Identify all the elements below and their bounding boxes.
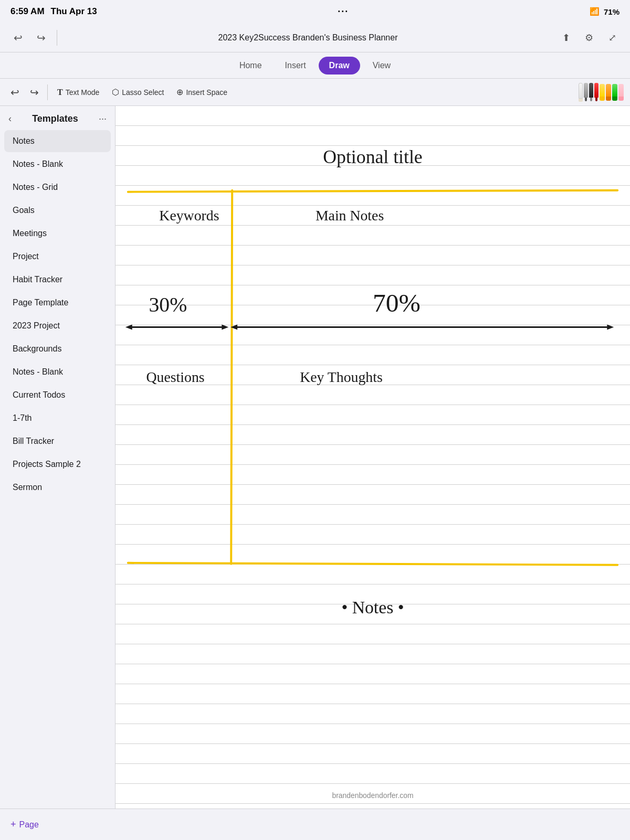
note-canvas: Optional title Keywords Main Notes 30% 7…	[116, 106, 630, 809]
eraser-tool[interactable]	[579, 83, 583, 102]
yellow-highlighter-tool[interactable]	[600, 84, 605, 101]
sidebar-item-1-7th[interactable]: 1-7th	[4, 407, 111, 429]
sidebar: ‹ Templates ··· Notes Notes - Blank Note…	[0, 106, 116, 809]
sidebar-item-projects-sample-2[interactable]: Projects Sample 2	[4, 453, 111, 475]
lasso-select-label: Lasso Select	[122, 88, 164, 97]
svg-text:70%: 70%	[373, 289, 421, 317]
sidebar-item-bill-tracker[interactable]: Bill Tracker	[4, 430, 111, 452]
svg-text:Main Notes: Main Notes	[316, 207, 384, 224]
wifi-icon: 📶	[590, 7, 600, 16]
pencil-tool[interactable]	[589, 83, 593, 101]
letter-pen-tool[interactable]	[584, 83, 588, 101]
tab-draw[interactable]: Draw	[319, 57, 360, 75]
svg-text:brandenbodendorfer.com: brandenbodendorfer.com	[332, 791, 413, 800]
add-page-button[interactable]: + Page	[10, 819, 39, 830]
sidebar-item-meetings[interactable]: Meetings	[4, 222, 111, 244]
status-right: 📶 71%	[590, 7, 620, 16]
sidebar-header: ‹ Templates ···	[0, 106, 115, 130]
undo-draw-button[interactable]: ↩	[6, 84, 24, 101]
sidebar-item-notes-blank-2[interactable]: Notes - Blank	[4, 361, 111, 383]
add-page-label: Page	[19, 820, 39, 830]
bottom-bar: + Page	[0, 809, 630, 840]
canvas-drawing: Optional title Keywords Main Notes 30% 7…	[116, 106, 630, 809]
insert-space-label: Insert Space	[186, 88, 227, 97]
undo-button[interactable]: ↩	[8, 28, 27, 47]
sidebar-item-page-template[interactable]: Page Template	[4, 292, 111, 314]
svg-marker-8	[222, 325, 228, 330]
toolbar-separator	[57, 30, 57, 46]
svg-text:30%: 30%	[149, 293, 187, 316]
svg-line-1	[128, 563, 617, 565]
tab-home[interactable]: Home	[229, 57, 272, 75]
add-page-icon: +	[10, 819, 16, 830]
red-pen-tool[interactable]	[594, 83, 598, 101]
svg-text:• Notes •: • Notes •	[341, 598, 404, 617]
settings-button[interactable]: ⚙	[580, 28, 598, 47]
redo-button[interactable]: ↪	[32, 28, 50, 47]
status-time: 6:59 AM	[10, 6, 45, 17]
sidebar-more-button[interactable]: ···	[99, 113, 107, 124]
share-button[interactable]: ⬆	[556, 28, 575, 47]
battery-level: 71%	[604, 7, 620, 16]
sidebar-title: Templates	[32, 113, 78, 124]
lasso-select-button[interactable]: ⬡ Lasso Select	[107, 84, 169, 100]
tab-view[interactable]: View	[362, 57, 401, 75]
orange-highlighter-tool[interactable]	[606, 84, 611, 101]
sidebar-item-goals[interactable]: Goals	[4, 199, 111, 221]
nav-tabs: Home Insert Draw View	[0, 52, 630, 79]
draw-toolbar: ↩ ↪ T Text Mode ⬡ Lasso Select ⊕ Insert …	[0, 79, 630, 106]
sidebar-item-habit-tracker[interactable]: Habit Tracker	[4, 269, 111, 291]
svg-text:Key Thoughts: Key Thoughts	[300, 369, 383, 385]
svg-text:Questions: Questions	[146, 369, 205, 385]
toolbar-divider-1	[47, 84, 48, 100]
tool-palette	[235, 83, 624, 102]
status-dots: ···	[338, 6, 349, 17]
sidebar-item-notes[interactable]: Notes	[4, 130, 111, 152]
sidebar-item-2023-project[interactable]: 2023 Project	[4, 315, 111, 337]
tab-insert[interactable]: Insert	[275, 57, 317, 75]
redo-draw-button[interactable]: ↪	[26, 84, 43, 101]
document-title: 2023 Key2Success Branden's Business Plan…	[64, 33, 552, 42]
svg-marker-12	[607, 325, 614, 330]
text-mode-label: Text Mode	[66, 88, 100, 97]
sidebar-item-sermon[interactable]: Sermon	[4, 476, 111, 498]
insert-space-button[interactable]: ⊕ Insert Space	[171, 84, 233, 100]
sidebar-item-backgrounds[interactable]: Backgrounds	[4, 338, 111, 360]
canvas-area[interactable]: Optional title Keywords Main Notes 30% 7…	[116, 106, 630, 809]
pink-highlighter-tool[interactable]	[618, 84, 624, 101]
svg-line-0	[128, 190, 617, 192]
expand-button[interactable]: ⤢	[603, 28, 622, 47]
status-bar: 6:59 AM Thu Apr 13 ··· 📶 71%	[0, 0, 630, 23]
green-highlighter-tool[interactable]	[612, 84, 617, 101]
svg-marker-7	[125, 325, 132, 330]
top-toolbar: ↩ ↪ 2023 Key2Success Branden's Business …	[0, 23, 630, 52]
main-layout: ‹ Templates ··· Notes Notes - Blank Note…	[0, 106, 630, 809]
lasso-icon: ⬡	[112, 87, 119, 97]
svg-text:Optional title: Optional title	[323, 146, 422, 167]
sidebar-item-notes-grid[interactable]: Notes - Grid	[4, 176, 111, 198]
sidebar-back-button[interactable]: ‹	[8, 113, 12, 124]
sidebar-item-current-todos[interactable]: Current Todos	[4, 384, 111, 406]
text-mode-button[interactable]: T Text Mode	[52, 84, 104, 100]
status-date: Thu Apr 13	[51, 6, 97, 17]
sidebar-item-project[interactable]: Project	[4, 246, 111, 268]
text-mode-icon: T	[57, 88, 63, 97]
svg-text:Keywords: Keywords	[159, 207, 219, 224]
insert-space-icon: ⊕	[176, 87, 183, 97]
sidebar-item-notes-blank-1[interactable]: Notes - Blank	[4, 153, 111, 175]
